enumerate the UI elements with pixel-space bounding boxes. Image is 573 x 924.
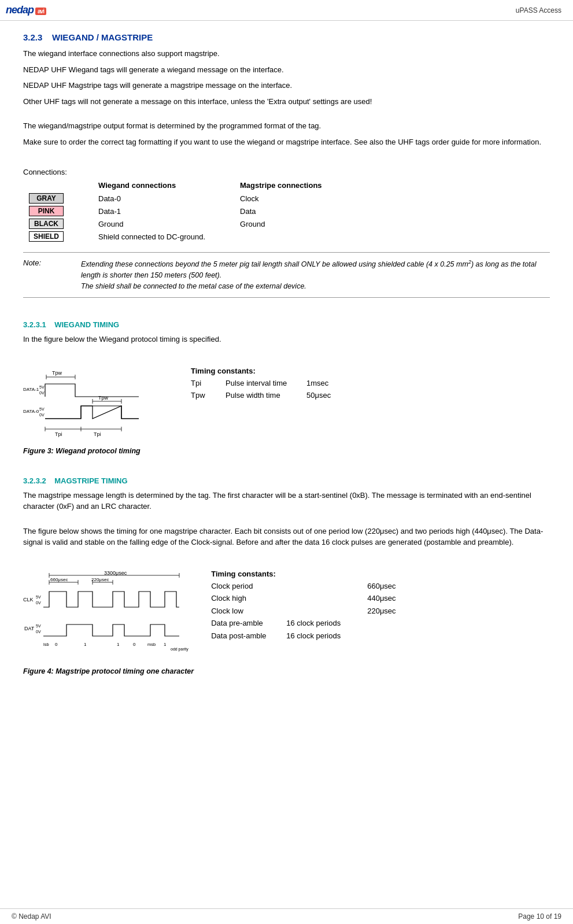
magstripe-cell [240, 230, 357, 243]
wiegand-figure-caption: Figure 3: Wiegand protocol timing [23, 447, 173, 455]
svg-text:5V: 5V [36, 595, 41, 599]
section-323-para1: The wiegand interface connections also s… [23, 48, 550, 60]
section-323-title: WIEGAND / MAGSTRIPE [52, 32, 153, 42]
tc-value: 220μsec [367, 605, 395, 617]
page-wrapper: nedapavi uPASS Access 3.2.3 WIEGAND / MA… [0, 0, 573, 924]
note-line1: Extending these connections beyond the 5… [81, 258, 550, 281]
svg-text:0: 0 [133, 642, 136, 647]
wire-cell: GRAY [29, 192, 98, 205]
magstripe-cell: Data [240, 205, 357, 217]
magstripe-cell: Ground [240, 217, 357, 230]
svg-text:CLK: CLK [23, 597, 34, 603]
tc-desc: Pulse width time [225, 390, 301, 401]
tc-desc [286, 605, 361, 617]
tc-label: Tpi [191, 378, 220, 389]
svg-text:Tpi: Tpi [55, 431, 62, 437]
timing-row: Clock low 220μsec [211, 605, 550, 617]
tc-label: Data pre-amble [211, 618, 280, 629]
magstripe-timing-constants: Timing constants: Clock period 660μsec C… [211, 570, 550, 643]
magstripe-timing-figure-row: 3300μsec 660μsec 220μsec CLK 5V 0V [23, 570, 550, 675]
tc-value: 50μsec [306, 390, 331, 401]
footer-page-info: Page 10 of 19 [518, 912, 561, 921]
svg-text:lsb: lsb [43, 642, 49, 647]
connections-row: SHIELD Shield connected to DC-ground. [29, 230, 357, 243]
wire-label: SHIELD [29, 231, 64, 242]
tc-desc: 16 clock periods [286, 618, 361, 629]
wiegand-cell: Shield connected to DC-ground. [98, 230, 240, 243]
col-magstripe: Magstripe connections [240, 180, 357, 192]
wiegand-timing-title: Timing constants: [191, 367, 550, 375]
svg-text:3300μsec: 3300μsec [104, 570, 127, 576]
tc-label: Clock low [211, 605, 280, 617]
section-3231-heading: 3.2.3.1 WIEGAND TIMING [23, 320, 550, 329]
magstripe-timing-svg: 3300μsec 660μsec 220μsec CLK 5V 0V [23, 570, 191, 662]
svg-text:5V: 5V [39, 385, 45, 389]
svg-text:0V: 0V [39, 391, 45, 395]
timing-row: Tpi Pulse interval time 1msec [191, 378, 550, 389]
svg-text:660μsec: 660μsec [50, 577, 68, 582]
connections-row: GRAY Data-0 Clock [29, 192, 357, 205]
section-3232-heading: 3.2.3.2 MAGSTRIPE TIMING [23, 476, 550, 485]
wire-label: PINK [29, 206, 64, 216]
section-3231-title: WIEGAND TIMING [54, 320, 119, 329]
magstripe-figure-caption: Figure 4: Magstripe protocol timing one … [23, 667, 194, 675]
svg-text:5V: 5V [39, 407, 45, 411]
note-label: Note: [23, 258, 69, 291]
wiegand-timing-diagram: Tpw DATA-1 5V 0V Tpw DATA-0 5V 0V [23, 367, 173, 455]
document-title: uPASS Access [516, 6, 561, 14]
section-3231-number: 3.2.3.1 [23, 320, 46, 329]
wiegand-cell: Data-1 [98, 205, 240, 217]
wire-cell: SHIELD [29, 230, 98, 243]
logo-text: nedap [6, 4, 34, 16]
wire-cell: PINK [29, 205, 98, 217]
section-3232-number: 3.2.3.2 [23, 476, 46, 485]
svg-text:msb: msb [147, 642, 156, 647]
section-323-para4: Other UHF tags will not generate a messa… [23, 96, 550, 108]
note-line2: The shield shall be connected to the met… [81, 281, 550, 292]
section-323-number: 3.2.3 [23, 32, 42, 42]
svg-text:odd parity: odd parity [171, 647, 188, 652]
svg-text:Tpw: Tpw [52, 370, 62, 376]
note-box: Note: Extending these connections beyond… [23, 252, 550, 298]
footer-copyright: © Nedap AVI [12, 912, 51, 921]
connections-label: Connections: [23, 168, 550, 176]
wire-label: GRAY [29, 193, 64, 204]
section-323-para3: NEDAP UHF Magstripe tags will generate a… [23, 80, 550, 91]
tc-label: Clock high [211, 593, 280, 604]
svg-text:0V: 0V [36, 630, 41, 634]
section-323-para2: NEDAP UHF Wiegand tags will generate a w… [23, 64, 550, 76]
tc-desc [286, 593, 361, 604]
wire-cell: BLACK [29, 217, 98, 230]
connections-table: Wiegand connections Magstripe connection… [29, 180, 357, 243]
svg-text:1: 1 [84, 642, 87, 647]
magstripe-timing-title: Timing constants: [211, 570, 550, 578]
wiegand-timing-figure-row: Tpw DATA-1 5V 0V Tpw DATA-0 5V 0V [23, 367, 550, 455]
tc-value: 440μsec [367, 593, 395, 604]
wire-label: BLACK [29, 219, 64, 229]
magstripe-timing-diagram: 3300μsec 660μsec 220μsec CLK 5V 0V [23, 570, 194, 675]
wiegand-cell: Ground [98, 217, 240, 230]
tc-label: Data post-amble [211, 630, 280, 642]
section-3231-intro: In the figure below the Wiegand protocol… [23, 334, 550, 345]
section-323-heading: 3.2.3 WIEGAND / MAGSTRIPE [23, 32, 550, 42]
timing-row: Clock high 440μsec [211, 593, 550, 604]
page-content: 3.2.3 WIEGAND / MAGSTRIPE The wiegand in… [0, 21, 573, 718]
wiegand-timing-constants: Timing constants: Tpi Pulse interval tim… [191, 367, 550, 402]
svg-text:DAT: DAT [24, 626, 35, 631]
tc-desc [286, 581, 361, 592]
timing-row: Data pre-amble 16 clock periods [211, 618, 550, 629]
svg-text:Tpi: Tpi [94, 431, 101, 437]
company-logo: nedapavi [6, 4, 46, 16]
svg-text:DATA-0: DATA-0 [23, 409, 39, 414]
timing-row: Data post-amble 16 clock periods [211, 630, 550, 642]
section-3232-para1: The magstripe message length is determin… [23, 490, 550, 512]
svg-text:1: 1 [164, 642, 167, 647]
section-3232-title: MAGSTRIPE TIMING [54, 476, 127, 485]
col-wire [29, 180, 98, 192]
svg-text:220μsec: 220μsec [91, 577, 109, 582]
note-content: Extending these connections beyond the 5… [81, 258, 550, 291]
section-323-para6: Make sure to order the correct tag forma… [23, 136, 550, 148]
connections-row: PINK Data-1 Data [29, 205, 357, 217]
svg-text:1: 1 [117, 642, 120, 647]
svg-text:0V: 0V [39, 413, 45, 417]
